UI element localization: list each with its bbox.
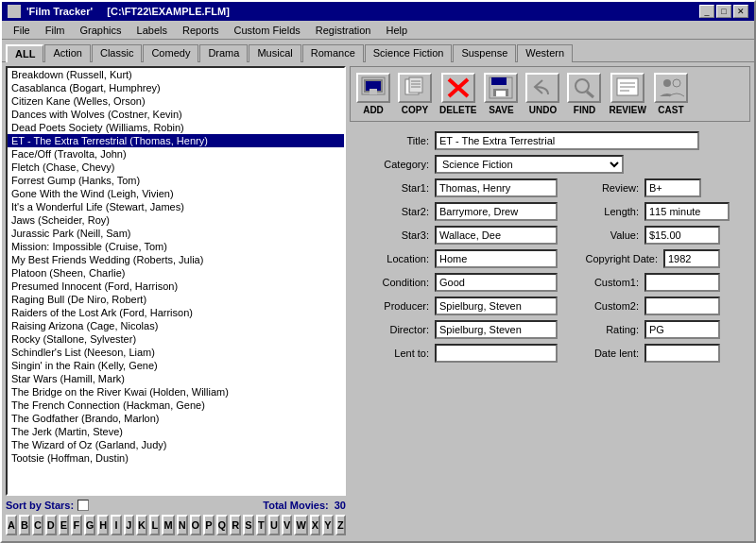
copyright-input[interactable] bbox=[663, 249, 720, 268]
custom2-input[interactable] bbox=[644, 297, 720, 315]
alpha-btn-f[interactable]: F bbox=[71, 515, 81, 535]
alpha-btn-b[interactable]: B bbox=[19, 515, 30, 535]
list-item[interactable]: Fletch (Chase, Chevy) bbox=[8, 161, 344, 174]
tab-comedy[interactable]: Comedy bbox=[143, 44, 198, 62]
close-button[interactable]: ✕ bbox=[733, 5, 748, 18]
list-item[interactable]: My Best Friends Wedding (Roberts, Julia) bbox=[8, 253, 344, 266]
location-input[interactable] bbox=[435, 249, 558, 268]
list-item[interactable]: Dead Poets Society (Williams, Robin) bbox=[8, 121, 344, 134]
alpha-btn-j[interactable]: J bbox=[124, 515, 134, 535]
save-button[interactable]: SAVE bbox=[482, 71, 520, 117]
tab-musical[interactable]: Musical bbox=[249, 44, 301, 62]
alpha-btn-h[interactable]: H bbox=[97, 515, 109, 535]
producer-input[interactable] bbox=[435, 297, 558, 315]
list-item[interactable]: Citizen Kane (Welles, Orson) bbox=[8, 94, 344, 108]
alpha-btn-c[interactable]: C bbox=[32, 515, 43, 535]
list-item[interactable]: Raising Arizona (Cage, Nicolas) bbox=[8, 319, 344, 332]
list-item[interactable]: It's a Wonderful Life (Stewart, James) bbox=[8, 200, 344, 213]
tab-suspense[interactable]: Suspense bbox=[453, 44, 516, 62]
alpha-btn-a[interactable]: A bbox=[6, 515, 17, 535]
tab-action[interactable]: Action bbox=[44, 44, 91, 62]
review-input[interactable] bbox=[644, 178, 701, 197]
find-button[interactable]: FIND bbox=[565, 71, 603, 117]
list-item[interactable]: Singin' in the Rain (Kelly, Gene) bbox=[8, 359, 344, 372]
star3-input[interactable] bbox=[435, 226, 558, 245]
maximize-button[interactable]: □ bbox=[716, 5, 731, 18]
alpha-btn-d[interactable]: D bbox=[45, 515, 57, 535]
lent-to-input[interactable] bbox=[435, 344, 558, 363]
list-item[interactable]: Star Wars (Hamill, Mark) bbox=[8, 372, 344, 385]
list-item[interactable]: Face/Off (Travolta, John) bbox=[8, 147, 344, 161]
list-item[interactable]: Schindler's List (Neeson, Liam) bbox=[8, 346, 344, 359]
alpha-btn-m[interactable]: M bbox=[162, 515, 174, 535]
category-select[interactable]: Action Classic Comedy Drama Musical Roma… bbox=[435, 155, 624, 174]
alpha-btn-z[interactable]: Z bbox=[335, 515, 346, 535]
menu-labels[interactable]: Labels bbox=[129, 24, 175, 37]
value-input[interactable] bbox=[644, 226, 720, 245]
alpha-btn-u[interactable]: U bbox=[268, 515, 280, 535]
alpha-btn-v[interactable]: V bbox=[282, 515, 292, 535]
star2-input[interactable] bbox=[435, 202, 558, 221]
list-item[interactable]: Dances with Wolves (Costner, Kevin) bbox=[8, 108, 344, 121]
menu-file[interactable]: File bbox=[6, 24, 38, 37]
delete-button[interactable]: DELETE bbox=[438, 71, 478, 117]
menu-custom-fields[interactable]: Custom Fields bbox=[227, 24, 308, 37]
sort-stars-checkbox[interactable] bbox=[77, 500, 89, 511]
alpha-btn-k[interactable]: K bbox=[136, 515, 147, 535]
menu-help[interactable]: Help bbox=[379, 24, 416, 37]
date-lent-input[interactable] bbox=[644, 344, 720, 363]
list-item[interactable]: Platoon (Sheen, Charlie) bbox=[8, 266, 344, 280]
list-item[interactable]: Forrest Gump (Hanks, Tom) bbox=[8, 174, 344, 187]
list-item[interactable]: Rocky (Stallone, Sylvester) bbox=[8, 332, 344, 346]
list-item[interactable]: The Godfather (Brando, Marlon) bbox=[8, 412, 344, 425]
alpha-btn-e[interactable]: E bbox=[59, 515, 69, 535]
alpha-btn-t[interactable]: T bbox=[256, 515, 266, 535]
alpha-btn-w[interactable]: W bbox=[294, 515, 307, 535]
list-item[interactable]: Mission: Impossible (Cruise, Tom) bbox=[8, 240, 344, 253]
tab-western[interactable]: Western bbox=[517, 44, 573, 62]
custom1-input[interactable] bbox=[644, 273, 720, 292]
alpha-btn-q[interactable]: Q bbox=[216, 515, 229, 535]
list-item[interactable]: The Jerk (Martin, Steve) bbox=[8, 425, 344, 438]
list-item[interactable]: Raging Bull (De Niro, Robert) bbox=[8, 293, 344, 306]
tab-all[interactable]: ALL bbox=[6, 44, 43, 62]
copy-button[interactable]: COPY bbox=[396, 71, 434, 117]
star1-input[interactable] bbox=[435, 178, 558, 197]
review-button[interactable]: REVIEW bbox=[607, 71, 647, 117]
list-item[interactable]: Breakdown (Russell, Kurt) bbox=[8, 68, 344, 81]
list-item[interactable]: The Bridge on the River Kwai (Holden, Wi… bbox=[8, 385, 344, 399]
director-input[interactable] bbox=[435, 320, 558, 339]
undo-button[interactable]: UNDO bbox=[524, 71, 561, 117]
list-item[interactable]: Gone With the Wind (Leigh, Vivien) bbox=[8, 187, 344, 200]
alpha-btn-o[interactable]: O bbox=[190, 515, 202, 535]
length-input[interactable] bbox=[644, 202, 730, 221]
list-item[interactable]: Casablanca (Bogart, Humphrey) bbox=[8, 81, 344, 94]
tab-drama[interactable]: Drama bbox=[199, 44, 248, 62]
alpha-btn-l[interactable]: L bbox=[149, 515, 160, 535]
film-list[interactable]: Breakdown (Russell, Kurt)Casablanca (Bog… bbox=[6, 66, 346, 496]
list-item[interactable]: The French Connection (Hackman, Gene) bbox=[8, 399, 344, 412]
list-item[interactable]: Raiders of the Lost Ark (Ford, Harrison) bbox=[8, 306, 344, 319]
minimize-button[interactable]: _ bbox=[699, 5, 714, 18]
list-item[interactable]: Jaws (Scheider, Roy) bbox=[8, 213, 344, 227]
menu-graphics[interactable]: Graphics bbox=[73, 24, 129, 37]
list-item[interactable]: Jurassic Park (Neill, Sam) bbox=[8, 227, 344, 240]
tab-romance[interactable]: Romance bbox=[302, 44, 364, 62]
cast-button[interactable]: CAST bbox=[652, 71, 690, 117]
alpha-btn-x[interactable]: X bbox=[310, 515, 320, 535]
rating-input[interactable] bbox=[644, 320, 720, 339]
alpha-btn-r[interactable]: R bbox=[230, 515, 241, 535]
tab-science-fiction[interactable]: Science Fiction bbox=[365, 44, 453, 62]
alpha-btn-i[interactable]: I bbox=[111, 515, 121, 535]
menu-film[interactable]: Film bbox=[38, 24, 73, 37]
title-input[interactable] bbox=[435, 131, 699, 150]
alpha-btn-n[interactable]: N bbox=[177, 515, 188, 535]
alpha-btn-y[interactable]: Y bbox=[322, 515, 333, 535]
add-button[interactable]: ADD bbox=[354, 71, 392, 117]
menu-registration[interactable]: Registration bbox=[308, 24, 379, 37]
list-item[interactable]: The Wizard of Oz (Garland, Judy) bbox=[8, 438, 344, 451]
menu-reports[interactable]: Reports bbox=[175, 24, 227, 37]
alpha-btn-p[interactable]: P bbox=[203, 515, 214, 535]
list-item[interactable]: ET - The Extra Terrestrial (Thomas, Henr… bbox=[8, 134, 344, 147]
alpha-btn-s[interactable]: S bbox=[243, 515, 253, 535]
